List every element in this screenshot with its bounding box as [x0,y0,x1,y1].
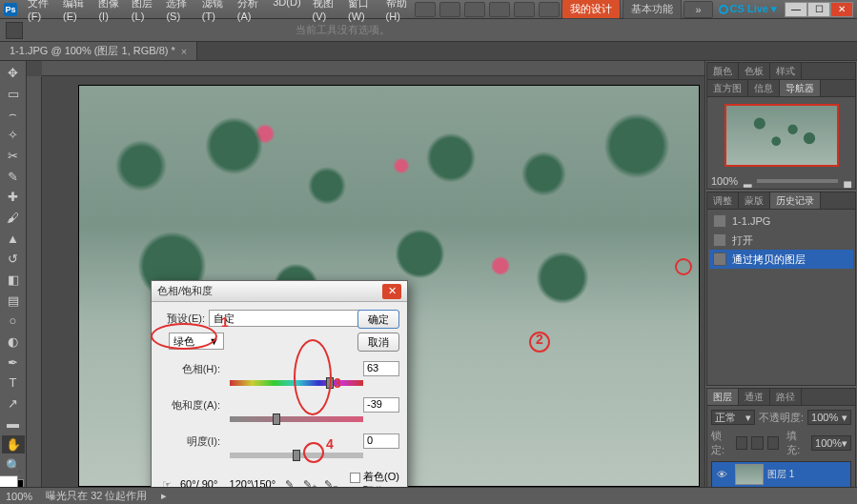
annotation-num-4: 4 [326,436,334,452]
status-zoom[interactable]: 100% [6,491,32,502]
type-tool[interactable]: T [2,373,25,393]
tab-adjustments[interactable]: 调整 [707,192,739,209]
opacity-input[interactable]: 100%▾ [807,410,851,425]
hand-tool[interactable]: ✋ [2,435,25,454]
tab-navigator[interactable]: 导航器 [780,80,821,96]
history-snapshot[interactable]: 1-1.JPG [709,212,853,231]
top-icon-group [415,2,560,17]
tab-styles[interactable]: 样式 [770,63,802,79]
launch-bridge-icon[interactable] [415,2,436,17]
crop-tool[interactable]: ✂ [2,147,25,166]
colorize-checkbox[interactable] [350,473,360,483]
history-open[interactable]: 打开 [709,231,853,250]
workspace-basic[interactable]: 基本功能 [622,0,682,19]
eraser-tool[interactable]: ◧ [2,271,25,290]
tab-color[interactable]: 颜色 [707,63,739,79]
snapshot-icon [713,214,726,228]
menu-3d[interactable]: 3D(D) [268,0,305,24]
layer-1[interactable]: 👁 图层 1 [711,461,851,488]
marquee-tool[interactable]: ▭ [2,85,25,104]
screen-mode-icon[interactable] [539,2,560,17]
menu-help[interactable]: 帮助(H) [381,0,416,24]
saturation-label: 饱和度(A): [159,398,226,413]
pen-tool[interactable]: ✒ [2,353,25,372]
dialog-titlebar[interactable]: 色相/饱和度 ✕ [152,281,407,302]
saturation-input[interactable]: -39 [363,397,399,413]
lock-all-icon[interactable] [767,436,779,450]
menu-window[interactable]: 窗口(W) [343,0,379,24]
visibility-icon[interactable]: 👁 [712,469,731,480]
close-button[interactable]: ✕ [830,2,853,17]
menu-layer[interactable]: 图层(L) [127,0,160,24]
eyedropper-tool[interactable]: ✎ [2,167,25,186]
brush-tool[interactable]: 🖌 [2,209,25,228]
tab-history[interactable]: 历史记录 [770,192,821,209]
document-tabs: 1-1.JPG @ 100% (图层 1, RGB/8) * × [0,42,857,61]
open-icon [713,233,726,247]
cancel-button[interactable]: 取消 [357,333,399,352]
menu-analyze[interactable]: 分析(A) [233,0,266,24]
dialog-close-icon[interactable]: ✕ [382,284,401,299]
maximize-button[interactable]: ☐ [807,2,830,17]
zoom-in-icon[interactable]: ▄ [844,175,851,187]
lightness-slider[interactable] [230,453,363,458]
path-tool[interactable]: ↗ [2,394,25,413]
menu-view[interactable]: 视图(V) [308,0,341,24]
move-tool[interactable]: ✥ [2,64,25,83]
tab-histogram[interactable]: 直方图 [707,80,748,96]
current-tool-icon[interactable] [6,22,23,39]
fill-input[interactable]: 100%▾ [811,435,851,451]
workspace-mydesign[interactable]: 我的设计 [561,0,621,19]
zoom-level-icon[interactable] [489,2,510,17]
blur-tool[interactable]: ○ [2,312,25,331]
tab-masks[interactable]: 蒙版 [739,192,770,209]
blend-mode-select[interactable]: 正常▾ [711,410,755,425]
navigator-thumb[interactable] [724,104,839,167]
history-panel: 调整 蒙版 历史记录 1-1.JPG 打开 通过拷贝的图层 [706,192,856,386]
zoom-out-icon[interactable]: ▂ [744,175,751,188]
gradient-tool[interactable]: ▤ [2,291,25,310]
menu-file[interactable]: 文件(F) [23,0,56,24]
tab-channels[interactable]: 通道 [739,389,770,405]
tab-paths[interactable]: 路径 [770,389,802,405]
annotation-circle-5 [675,258,692,275]
wand-tool[interactable]: ✧ [2,126,25,145]
healing-tool[interactable]: ✚ [2,188,25,207]
options-hint: 当前工具没有选项。 [296,23,390,37]
menu-filter[interactable]: 滤镜(T) [197,0,231,24]
menu-select[interactable]: 选择(S) [161,0,194,24]
arrange-docs-icon[interactable] [514,2,535,17]
preset-select[interactable]: 自定▼ [209,310,382,327]
tab-info[interactable]: 信息 [748,80,780,96]
history-brush-tool[interactable]: ↺ [2,250,25,269]
history-layercopy[interactable]: 通过拷贝的图层 [709,250,853,269]
lightness-input[interactable]: 0 [363,433,399,449]
launch-minibridge-icon[interactable] [439,2,460,17]
document-tab[interactable]: 1-1.JPG @ 100% (图层 1, RGB/8) * × [0,42,197,60]
minimize-button[interactable]: — [785,2,807,17]
stamp-tool[interactable]: ▲ [2,229,25,248]
fill-label: 填充: [786,429,807,457]
menu-edit[interactable]: 编辑(E) [58,0,92,24]
shape-tool[interactable]: ▬ [2,414,25,433]
ruler-vertical [27,76,42,499]
navigator-zoom[interactable]: 100% [711,175,738,187]
view-extras-icon[interactable] [464,2,485,17]
ok-button[interactable]: 确定 [357,310,399,329]
hue-label: 色相(H): [159,362,226,376]
menu-image[interactable]: 图像(I) [93,0,124,24]
cslive-button[interactable]: CS Live ▾ [719,3,777,15]
hue-input[interactable]: 63 [363,361,399,376]
ruler-horizontal [42,61,704,76]
workspace-more[interactable]: » [684,1,712,18]
dodge-tool[interactable]: ◐ [2,333,25,352]
tab-layers[interactable]: 图层 [707,389,739,405]
close-tab-icon[interactable]: × [181,46,187,57]
zoom-slider[interactable] [757,179,838,183]
saturation-slider[interactable] [230,416,363,422]
lock-position-icon[interactable] [751,436,763,450]
lasso-tool[interactable]: ⌢ [2,105,25,124]
lock-pixels-icon[interactable] [736,436,747,450]
zoom-tool[interactable]: 🔍 [2,455,25,474]
tab-swatches[interactable]: 色板 [739,63,770,79]
